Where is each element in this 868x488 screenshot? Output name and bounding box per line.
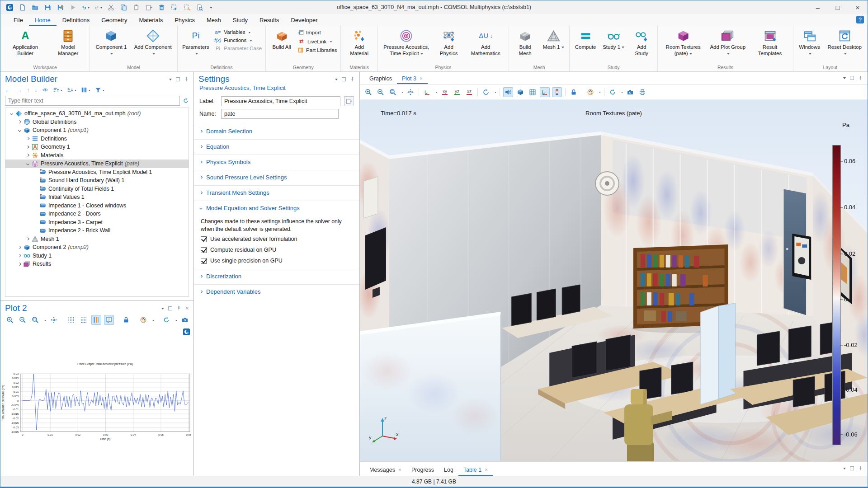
image-snapshot-icon[interactable]	[625, 87, 635, 97]
mesh-1-button[interactable]: Mesh 1	[539, 27, 567, 52]
clear-selection-icon[interactable]	[183, 4, 191, 11]
menu-file[interactable]: File	[8, 15, 29, 26]
livelink-button[interactable]: ⇄LiveLink	[297, 38, 332, 44]
float-panel-icon[interactable]	[850, 466, 854, 470]
plot-refresh-icon[interactable]	[161, 315, 171, 325]
windows-button[interactable]: Windows	[795, 27, 824, 58]
add-component-button[interactable]: Add Component	[131, 27, 175, 58]
zoom-out-icon[interactable]	[376, 87, 386, 97]
expander-icon[interactable]	[18, 254, 21, 257]
add-plot-group-button[interactable]: Add Plot Group	[707, 27, 749, 58]
menu-home[interactable]: Home	[29, 15, 57, 26]
rename-icon[interactable]	[344, 96, 354, 106]
add-material-button[interactable]: Add Material	[343, 27, 375, 58]
tree-item-component-1[interactable]: Component 1(comp1)	[5, 126, 189, 135]
tree-item-impedance-3[interactable]: Impedance 3 - Carpet	[5, 218, 189, 227]
study-1-button[interactable]: Study 1	[599, 27, 627, 52]
print-icon[interactable]	[637, 87, 647, 97]
float-panel-icon[interactable]	[176, 77, 180, 81]
pressure-acoustics-button[interactable]: Pressure Acoustics, Time Explicit	[380, 27, 433, 58]
zoom-out-icon[interactable]	[18, 315, 28, 325]
tab-table-1[interactable]: Table 1×	[458, 464, 493, 476]
add-study-button[interactable]: Add Study	[627, 27, 656, 58]
show-axes-icon[interactable]	[540, 87, 550, 97]
close-tab-icon[interactable]: ×	[485, 467, 488, 473]
expander-icon[interactable]	[26, 154, 29, 157]
result-templates-button[interactable]: Result Templates	[749, 27, 791, 58]
zoom-extents-icon[interactable]	[406, 87, 415, 97]
model-manager-button[interactable]: Model Manager	[48, 27, 88, 58]
maximize-button[interactable]: □	[828, 0, 848, 14]
menu-study[interactable]: Study	[227, 15, 254, 26]
build-all-button[interactable]: Build All	[268, 27, 296, 52]
close-tab-icon[interactable]: ×	[420, 75, 423, 82]
tree-item-continuity[interactable]: Continuity of Total Fields 1	[5, 185, 189, 193]
checkbox-accelerated-solver[interactable]: Use accelerated solver formulation	[194, 234, 359, 244]
close-panel-icon[interactable]: ×	[185, 306, 189, 310]
menu-results[interactable]: Results	[254, 15, 285, 26]
cut-icon[interactable]	[107, 4, 115, 11]
expand-all-icon[interactable]	[67, 87, 73, 93]
panel-menu-caret[interactable]	[335, 79, 338, 82]
view-yz-icon[interactable]: yz	[452, 87, 462, 97]
view-xz-icon[interactable]: xz	[464, 87, 474, 97]
filter-icon[interactable]	[95, 87, 101, 93]
tree-item-sound-hard-boundary[interactable]: Sound Hard Boundary (Wall) 1	[5, 176, 189, 185]
pin-panel-icon[interactable]	[858, 75, 863, 80]
rotate-view-icon[interactable]	[481, 87, 491, 97]
y-gridlines-icon[interactable]	[79, 315, 89, 325]
menu-developer[interactable]: Developer	[285, 15, 323, 26]
checkbox-icon[interactable]	[201, 236, 207, 242]
zoom-selected-icon[interactable]	[196, 4, 203, 11]
add-physics-button[interactable]: Add Physics	[433, 27, 465, 58]
expander-icon[interactable]	[26, 237, 29, 240]
forward-arrow-icon[interactable]: →	[16, 86, 22, 94]
section-physics-symbols[interactable]: Physics Symbols	[194, 155, 359, 169]
comsol-logo-icon[interactable]	[183, 328, 190, 335]
variables-button[interactable]: a=Variables	[214, 29, 250, 35]
expander-icon[interactable]	[18, 263, 21, 266]
expander-icon[interactable]	[18, 129, 21, 132]
tree-item-impedance-2[interactable]: Impedance 2 - Doors	[5, 210, 189, 218]
menu-physics[interactable]: Physics	[169, 15, 201, 26]
panel-menu-caret[interactable]	[161, 308, 164, 311]
qat-customize-caret[interactable]	[210, 7, 212, 10]
plot-refresh-icon[interactable]	[608, 87, 618, 97]
menu-geometry[interactable]: Geometry	[95, 15, 133, 26]
section-transient-mesh[interactable]: Transient Mesh Settings	[194, 185, 359, 200]
tab-messages[interactable]: Messages×	[364, 464, 406, 476]
tree-item-mesh-1[interactable]: Mesh 1	[5, 235, 189, 244]
float-panel-icon[interactable]	[168, 306, 172, 310]
zoom-box-icon[interactable]	[388, 87, 398, 97]
sound-icon[interactable]	[503, 87, 513, 97]
zoom-in-icon[interactable]	[363, 87, 373, 97]
menu-materials[interactable]: Materials	[133, 15, 169, 26]
parameters-button[interactable]: PiParameters	[179, 27, 212, 58]
expander-icon[interactable]	[26, 162, 29, 165]
default-view-icon[interactable]	[422, 87, 432, 97]
zoom-extents-icon[interactable]	[49, 315, 59, 325]
show-icon[interactable]	[42, 87, 48, 93]
graphics-canvas[interactable]: Time=0.017 s Room Textures (pate) Pa 0.0…	[360, 100, 868, 461]
functions-button[interactable]: f(x)Functions	[214, 38, 252, 43]
tab-log[interactable]: Log	[439, 464, 458, 476]
minimize-button[interactable]: –	[808, 0, 828, 14]
move-up-icon[interactable]: ↑	[27, 86, 30, 94]
section-dependent-variables[interactable]: Dependent Variables	[194, 284, 359, 299]
move-down-icon[interactable]: ↓	[34, 86, 38, 94]
pin-panel-icon[interactable]	[858, 466, 863, 471]
run-icon[interactable]	[69, 4, 77, 11]
panel-menu-caret[interactable]	[843, 77, 846, 80]
tree-item-materials[interactable]: Materials	[5, 151, 189, 160]
import-button[interactable]: Import	[297, 29, 321, 36]
section-equation[interactable]: Equation	[194, 139, 359, 154]
color-palette-icon[interactable]	[585, 87, 595, 97]
panel-menu-caret[interactable]	[169, 79, 172, 82]
tab-plot-3[interactable]: Plot 3×	[397, 73, 428, 84]
section-model-equation[interactable]: Model Equation and Solver Settings	[194, 201, 359, 215]
collapse-all-icon[interactable]	[53, 87, 59, 93]
delete-icon[interactable]	[158, 4, 165, 11]
tree-item-global-definitions[interactable]: Global Definitions	[5, 118, 189, 127]
compute-button[interactable]: Compute	[571, 27, 599, 52]
component-1-button[interactable]: Component 1	[92, 27, 130, 58]
